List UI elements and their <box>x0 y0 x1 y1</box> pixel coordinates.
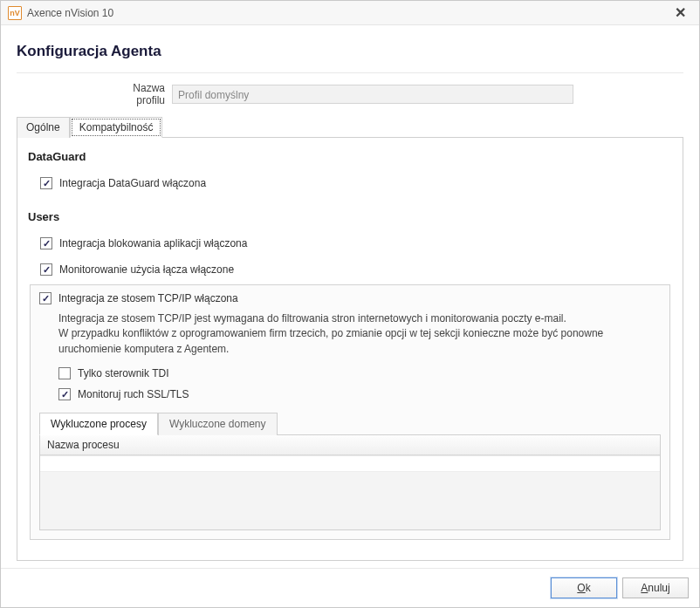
tcpip-desc-line1: Integracja ze stosem TCP/IP jest wymagan… <box>58 312 566 324</box>
tcpip-tdi-row: Tylko sterownik TDI <box>58 367 661 379</box>
profile-label: Nazwa profilu <box>104 82 165 106</box>
close-icon[interactable]: ✕ <box>668 4 692 22</box>
tab-panel-compatibility: DataGuard Integracja DataGuard włączona … <box>17 137 683 561</box>
ok-button[interactable]: Ok <box>551 577 617 598</box>
tcpip-inner-tabstrip: Wykluczone procesy Wykluczone domeny <box>39 413 661 435</box>
tab-excluded-domains[interactable]: Wykluczone domeny <box>158 413 278 435</box>
users-appblock-row: Integracja blokowania aplikacji włączona <box>40 237 672 249</box>
content: Konfiguracja Agenta Nazwa profilu Profil… <box>1 25 699 568</box>
tcpip-header-row: Integracja ze stosem TCP/IP włączona <box>39 292 661 304</box>
profile-row: Nazwa profilu Profil domyślny <box>17 82 683 106</box>
tcpip-integration-label: Integracja ze stosem TCP/IP włączona <box>58 292 238 304</box>
cancel-button[interactable]: Anuluj <box>622 577 689 598</box>
tab-compatibility[interactable]: Kompatybilność <box>70 117 163 138</box>
window: nV Axence nVision 10 ✕ Konfiguracja Agen… <box>0 0 700 608</box>
window-title: Axence nVision 10 <box>27 7 113 19</box>
table-row <box>40 456 660 472</box>
tcpip-panel: Integracja ze stosem TCP/IP włączona Int… <box>30 284 670 540</box>
titlebar-left: nV Axence nVision 10 <box>8 6 113 20</box>
cancel-label-rest: nuluj <box>648 582 669 594</box>
users-bandwidth-row: Monitorowanie użycia łącza włączone <box>40 263 672 276</box>
users-bandwidth-checkbox[interactable] <box>40 263 52 276</box>
page-title: Konfiguracja Agenta <box>17 43 683 60</box>
titlebar: nV Axence nVision 10 ✕ <box>1 1 699 25</box>
footer: Ok Anuluj <box>1 568 699 607</box>
tcpip-ssl-checkbox[interactable] <box>58 388 71 400</box>
dataguard-integration-row: Integracja DataGuard włączona <box>40 177 672 189</box>
tcpip-tdi-checkbox[interactable] <box>58 367 71 379</box>
tab-general[interactable]: Ogólne <box>17 117 70 138</box>
divider <box>17 72 683 73</box>
tcpip-desc-line2: W przypadku konfliktów z oprogramowaniem… <box>58 327 603 354</box>
main-tabstrip: Ogólne Kompatybilność <box>17 117 683 138</box>
excluded-processes-table-body[interactable] <box>40 455 660 529</box>
section-users: Users <box>28 210 672 223</box>
tcpip-ssl-row: Monitoruj ruch SSL/TLS <box>58 388 661 400</box>
tcpip-tdi-label: Tylko sterownik TDI <box>78 367 168 379</box>
dataguard-integration-checkbox[interactable] <box>40 177 52 189</box>
users-bandwidth-label: Monitorowanie użycia łącza włączone <box>59 263 234 276</box>
app-icon: nV <box>8 6 22 20</box>
profile-name-input[interactable]: Profil domyślny <box>172 85 573 104</box>
excluded-processes-panel: Nazwa procesu <box>39 434 661 530</box>
section-dataguard: DataGuard <box>28 150 672 163</box>
users-appblock-checkbox[interactable] <box>40 237 52 249</box>
tab-excluded-processes[interactable]: Wykluczone procesy <box>39 413 158 435</box>
users-appblock-label: Integracja blokowania aplikacji włączona <box>59 237 247 249</box>
tcpip-description: Integracja ze stosem TCP/IP jest wymagan… <box>58 311 661 357</box>
ok-label-rest: k <box>586 582 591 594</box>
tcpip-ssl-label: Monitoruj ruch SSL/TLS <box>78 388 189 400</box>
tcpip-integration-checkbox[interactable] <box>39 292 51 304</box>
table-header-process-name[interactable]: Nazwa procesu <box>40 435 660 455</box>
dataguard-integration-label: Integracja DataGuard włączona <box>59 177 206 189</box>
